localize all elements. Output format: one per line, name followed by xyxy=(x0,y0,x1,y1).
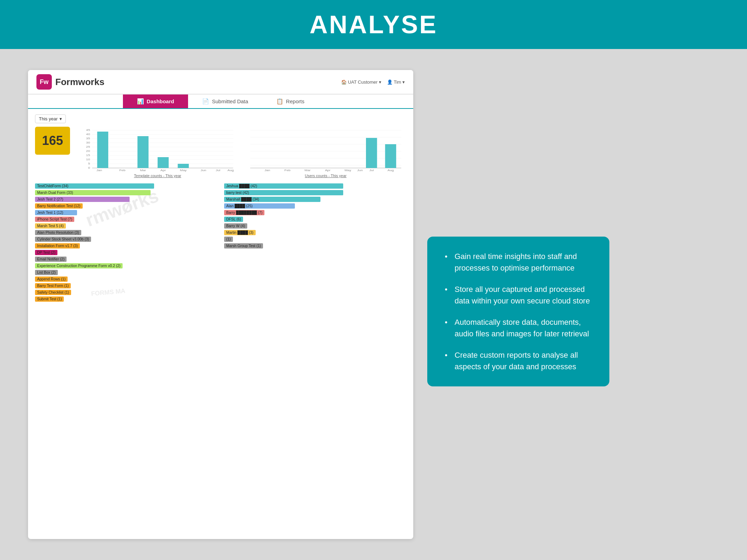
users-chart-title: Users counts - This year xyxy=(245,174,406,178)
template-list-item: Jesh Test 1 (12) xyxy=(35,210,217,215)
svg-text:45: 45 xyxy=(86,129,90,132)
svg-text:Jun: Jun xyxy=(201,169,206,172)
template-bar-label: Barry Test Form (1) xyxy=(35,283,71,288)
fw-logo-icon: Fw xyxy=(36,74,52,90)
template-bar-label: Submit Test (1) xyxy=(35,296,64,302)
svg-text:10: 10 xyxy=(86,158,90,161)
template-bar-label: Experience Construction Programme Form v… xyxy=(35,263,123,268)
users-bar-label: Alan ████ (25) xyxy=(224,203,295,209)
users-list-item: DFSL (6) xyxy=(224,217,406,222)
svg-text:Aug: Aug xyxy=(227,169,234,172)
users-bar-label: Jeshua ████ (42) xyxy=(224,183,343,189)
template-list-item: Submit Test (1) xyxy=(35,296,217,302)
info-list-item: Create custom reports to analyse all asp… xyxy=(445,349,592,372)
template-list: TestChildForm (34)Marsh Dual Form (33)Je… xyxy=(35,183,217,303)
users-list-item: (1) xyxy=(224,237,406,242)
svg-text:Aug: Aug xyxy=(387,169,394,172)
svg-text:Jun: Jun xyxy=(357,169,363,172)
template-bar-label: Marsh Dual Form (33) xyxy=(35,190,151,195)
svg-text:Mar: Mar xyxy=(140,169,146,172)
template-list-item: TestChildForm (34) xyxy=(35,183,217,189)
template-list-item: Installation Form v1.7 (3) xyxy=(35,243,217,248)
svg-rect-22 xyxy=(158,157,169,168)
stat-value: 165 xyxy=(42,133,63,148)
template-bar-label: List Box (2) xyxy=(35,270,58,275)
template-list-item: Barry Notification Test (12) xyxy=(35,203,217,209)
stat-box: 165 xyxy=(35,127,70,155)
svg-text:Jul: Jul xyxy=(216,169,220,172)
users-list-item: Martin ████ (3) xyxy=(224,230,406,235)
svg-text:Apr: Apr xyxy=(160,169,166,172)
lists-section: rmwørks FORMS MA TestChildForm (34)Marsh… xyxy=(35,183,406,303)
svg-text:Mar: Mar xyxy=(305,169,311,172)
info-panel: Gain real time insights into staff and p… xyxy=(427,237,609,386)
template-bar-label: Safety Checklist (1) xyxy=(35,290,71,295)
nav-customer[interactable]: 🏠 UAT Customer ▾ xyxy=(341,79,381,85)
nav-user[interactable]: 👤 Tim ▾ xyxy=(387,79,405,85)
svg-text:May: May xyxy=(345,169,352,172)
users-bar-label: Marsh Group Test (1) xyxy=(224,243,263,248)
info-list-item: Gain real time insights into staff and p… xyxy=(445,251,592,274)
template-list-item: Marsh Test 5 (4) xyxy=(35,223,217,229)
template-list-item: DP Test (2) xyxy=(35,250,217,255)
svg-text:30: 30 xyxy=(86,141,90,144)
tab-submitted-data-label: Submitted Data xyxy=(212,98,248,104)
template-bar-label: Alan Photo Resolution (3) xyxy=(35,230,81,235)
template-bar-label: Marsh Test 5 (4) xyxy=(35,223,66,229)
template-bar-label: Append Rows (1) xyxy=(35,276,68,282)
template-list-item: Jesh Test 2 (27) xyxy=(35,197,217,202)
template-list-item: Alan Photo Resolution (3) xyxy=(35,230,217,235)
users-list-item: Marsh Group Test (1) xyxy=(224,243,406,248)
svg-rect-39 xyxy=(366,138,377,168)
template-bar-label: Jesh Test 2 (27) xyxy=(35,197,130,202)
svg-rect-23 xyxy=(178,164,189,168)
svg-text:40: 40 xyxy=(86,133,90,136)
users-list-item: Barry ████████ (7) xyxy=(224,210,406,215)
template-list-item: iPhone Script Test (7) xyxy=(35,217,217,222)
charts-row: 165 45 40 35 30 25 20 15 10 xyxy=(35,127,406,178)
svg-text:May: May xyxy=(180,169,187,172)
tab-dashboard[interactable]: 📊 Dashboard xyxy=(123,94,188,108)
fw-logo: Fw Formworks xyxy=(36,74,104,90)
template-chart-title: Template counts - This year xyxy=(77,174,238,178)
template-list-item: Email Notifier (2) xyxy=(35,257,217,262)
fw-nav-right: 🏠 UAT Customer ▾ 👤 Tim ▾ xyxy=(341,79,405,85)
info-list-item: Automatically store data, documents, aud… xyxy=(445,316,592,340)
svg-text:25: 25 xyxy=(86,146,90,148)
svg-text:Feb: Feb xyxy=(119,169,126,172)
users-bar-label: Barry ████████ (7) xyxy=(224,210,264,215)
users-bar-label: Martin ████ (3) xyxy=(224,230,256,235)
svg-text:5: 5 xyxy=(88,162,90,165)
period-select[interactable]: This year ▾ xyxy=(35,114,66,123)
template-list-item: Experience Construction Programme Form v… xyxy=(35,263,217,268)
template-bar-label: Barry Notification Test (12) xyxy=(35,203,83,209)
users-list-item: Jeshua ████ (42) xyxy=(224,183,406,189)
svg-text:20: 20 xyxy=(86,150,90,153)
info-list-item: Store all your captured and processed da… xyxy=(445,284,592,307)
template-bar-label: Cylinder Stock Sheet v3.00b (3) xyxy=(35,237,91,242)
svg-text:Feb: Feb xyxy=(284,169,291,172)
svg-text:0: 0 xyxy=(88,167,90,169)
svg-text:Jan: Jan xyxy=(96,169,102,172)
tab-submitted-data[interactable]: 📄 Submitted Data xyxy=(188,94,262,108)
users-bar-label: DFSL (6) xyxy=(224,217,243,222)
fw-tabs: 📊 Dashboard 📄 Submitted Data 📋 Reports xyxy=(28,94,413,109)
submitted-data-icon: 📄 xyxy=(202,98,209,105)
template-bar-label: Installation Form v1.7 (3) xyxy=(35,243,80,248)
tab-reports[interactable]: 📋 Reports xyxy=(262,94,319,108)
svg-text:35: 35 xyxy=(86,137,90,140)
svg-text:Apr: Apr xyxy=(325,169,331,172)
template-list-item: Barry Test Form (1) xyxy=(35,283,217,288)
period-label: This year xyxy=(39,116,57,121)
page-header: ANALYSE xyxy=(0,0,747,49)
users-bar-chart: Jan Feb Mar Apr May Jun Jul Aug xyxy=(245,127,406,172)
chevron-down-icon: ▾ xyxy=(60,116,62,121)
users-list-item: Alan ████ (25) xyxy=(224,203,406,209)
template-chart-wrap: 45 40 35 30 25 20 15 10 5 0 xyxy=(77,127,238,178)
charts-section: 45 40 35 30 25 20 15 10 5 0 xyxy=(77,127,406,178)
template-list-item: Append Rows (1) xyxy=(35,276,217,282)
users-bar-label: Marshall ████ (34) xyxy=(224,197,320,202)
dashboard-icon: 📊 xyxy=(137,98,144,105)
users-list: Jeshua ████ (42)barry test (42)Marshall … xyxy=(224,183,406,303)
template-bar-label: iPhone Script Test (7) xyxy=(35,217,74,222)
